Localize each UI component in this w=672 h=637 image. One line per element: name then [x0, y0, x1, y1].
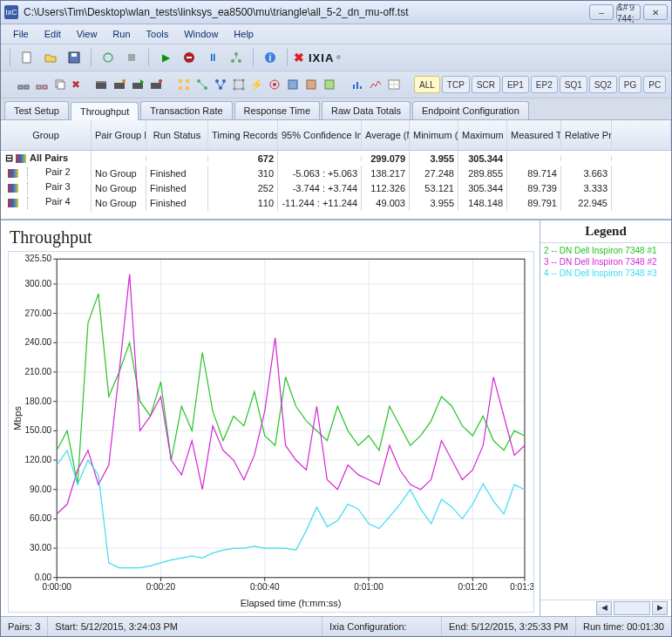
group-icon[interactable]: [176, 74, 192, 95]
filter-scr[interactable]: SCR: [472, 76, 500, 93]
run-icon[interactable]: [98, 47, 119, 68]
tab-raw-data-totals[interactable]: Raw Data Totals: [322, 101, 411, 119]
svg-text:300.00: 300.00: [24, 279, 51, 288]
clip4-icon[interactable]: [148, 74, 164, 95]
results-grid: Group Pair Group Name Run Status Timing …: [1, 120, 671, 220]
svg-text:210.00: 210.00: [24, 367, 51, 376]
table-row[interactable]: Pair 2No GroupFinished310-5.063 : +5.063…: [1, 166, 671, 180]
svg-text:120.00: 120.00: [24, 455, 51, 464]
ep-copy-icon[interactable]: [52, 74, 68, 95]
filter-ep2[interactable]: EP2: [531, 76, 558, 93]
grid-body[interactable]: ⊟ All Pairs 672 299.079 3.955 305.344 Pa…: [1, 151, 671, 219]
chart2-icon[interactable]: [368, 74, 384, 95]
info-icon[interactable]: i: [260, 47, 281, 68]
clip1-icon[interactable]: [93, 74, 109, 95]
save-icon[interactable]: [64, 47, 85, 68]
clip2-icon[interactable]: [112, 74, 127, 95]
tool-a-icon[interactable]: [285, 74, 301, 95]
chart-title: Throughput: [10, 227, 534, 247]
target-icon[interactable]: [267, 74, 282, 95]
svg-rect-102: [57, 259, 525, 578]
open-icon[interactable]: [40, 47, 61, 68]
legend-scrollbar[interactable]: ◀ ▶: [540, 600, 671, 616]
ep-add-icon[interactable]: [16, 74, 31, 95]
new-icon[interactable]: [17, 47, 37, 68]
filter-pg[interactable]: PG: [619, 76, 641, 93]
net1-icon[interactable]: [194, 74, 210, 95]
chart3-icon[interactable]: [386, 74, 402, 95]
svg-text:60.00: 60.00: [30, 513, 51, 523]
chart-canvas[interactable]: 0.0030.0060.0090.00120.00150.00180.00210…: [8, 251, 534, 613]
ep-del-icon[interactable]: ✖: [71, 74, 81, 95]
menu-help[interactable]: Help: [227, 27, 261, 41]
legend-item[interactable]: 2 -- DN Dell Inspiron 7348 #1: [544, 245, 668, 256]
menu-window[interactable]: Window: [177, 27, 225, 41]
legend-pane: Legend 2 -- DN Dell Inspiron 7348 #13 --…: [540, 220, 671, 616]
skip-icon[interactable]: ⏸: [202, 47, 223, 68]
col-average[interactable]: Average (Mbps): [362, 120, 410, 150]
svg-rect-13: [24, 85, 29, 89]
play-icon[interactable]: ▶: [155, 47, 176, 68]
tool-b-icon[interactable]: [303, 74, 319, 95]
abort-icon[interactable]: [179, 47, 200, 68]
col-minimum[interactable]: Minimum (Mbps): [410, 120, 458, 150]
tab-throughput[interactable]: Throughput: [71, 102, 139, 120]
tab-response-time[interactable]: Response Time: [234, 101, 320, 119]
tab-transaction-rate[interactable]: Transaction Rate: [140, 101, 232, 119]
legend-item[interactable]: 3 -- DN Dell Inspiron 7348 #2: [544, 256, 668, 268]
filter-sq1[interactable]: SQ1: [560, 76, 587, 93]
svg-text:270.00: 270.00: [24, 308, 51, 318]
grid-summary-row[interactable]: ⊟ All Pairs 672 299.079 3.955 305.344: [1, 151, 671, 166]
nodes-icon[interactable]: [226, 47, 247, 68]
filter-all[interactable]: ALL: [414, 76, 440, 93]
col-run-status[interactable]: Run Status: [146, 120, 208, 150]
maximize-button[interactable]: &#９744;: [616, 4, 641, 20]
status-runtime: Run time: 00:01:30: [576, 617, 671, 636]
col-maximum[interactable]: Maximum (Mbps): [458, 120, 507, 150]
svg-text:0.00: 0.00: [35, 573, 52, 582]
bolt-icon[interactable]: ⚡: [249, 74, 264, 95]
col-timing-records[interactable]: Timing Records Completed: [208, 120, 278, 150]
svg-point-32: [222, 79, 226, 83]
status-config: Ixia Configuration:: [322, 617, 442, 636]
tool-c-icon[interactable]: [322, 74, 337, 95]
net2-icon[interactable]: [213, 74, 228, 95]
filter-sq2[interactable]: SQ2: [589, 76, 617, 93]
svg-point-40: [273, 83, 276, 86]
table-row[interactable]: Pair 4No GroupFinished110-11.244 : +11.2…: [1, 195, 671, 210]
scroll-left-icon[interactable]: ◀: [596, 601, 612, 615]
svg-text:240.00: 240.00: [24, 337, 51, 347]
menu-file[interactable]: File: [6, 27, 36, 41]
scroll-right-icon[interactable]: ▶: [652, 601, 668, 615]
col-pair-group-name[interactable]: Pair Group Name: [92, 120, 146, 150]
col-confidence[interactable]: 95% Confidence Interval: [278, 120, 362, 150]
filter-pc[interactable]: PC: [643, 76, 666, 93]
ep-edit-icon[interactable]: [34, 74, 50, 95]
menu-view[interactable]: View: [70, 27, 105, 41]
statusbar: Pairs: 3 Start: 5/12/2015, 3:24:03 PM Ix…: [1, 616, 671, 636]
tab-test-setup[interactable]: Test Setup: [4, 101, 69, 119]
col-precision[interactable]: Relative Precision: [561, 120, 612, 150]
clip3-icon[interactable]: [130, 74, 146, 95]
menu-edit[interactable]: Edit: [37, 27, 68, 41]
net3-icon[interactable]: [231, 74, 247, 95]
minimize-button[interactable]: –: [589, 4, 614, 20]
menu-run[interactable]: Run: [105, 27, 137, 41]
stop-icon[interactable]: [121, 47, 142, 68]
col-measured[interactable]: Measured Time (sec): [507, 120, 561, 150]
col-group[interactable]: Group: [1, 120, 92, 150]
legend-body: 2 -- DN Dell Inspiron 7348 #13 -- DN Del…: [540, 243, 671, 600]
filter-tcp[interactable]: TCP: [442, 76, 470, 93]
svg-rect-0: [23, 52, 31, 63]
legend-item[interactable]: 4 -- DN Dell Inspiron 7348 #3: [544, 268, 668, 279]
filter-ep1[interactable]: EP1: [502, 76, 529, 93]
grid-header: Group Pair Group Name Run Status Timing …: [1, 120, 671, 151]
close-button[interactable]: ✕: [643, 4, 668, 20]
table-row[interactable]: Pair 3No GroupFinished252-3.744 : +3.744…: [1, 180, 671, 195]
content-area: Throughput 0.0030.0060.0090.00120.00150.…: [1, 220, 671, 616]
window-controls: – &#９744; ✕: [589, 4, 668, 20]
tab-endpoint-config[interactable]: Endpoint Configuration: [412, 101, 529, 119]
chart1-icon[interactable]: [350, 74, 365, 95]
app-icon: IxC: [4, 5, 18, 19]
menu-tools[interactable]: Tools: [139, 27, 176, 41]
